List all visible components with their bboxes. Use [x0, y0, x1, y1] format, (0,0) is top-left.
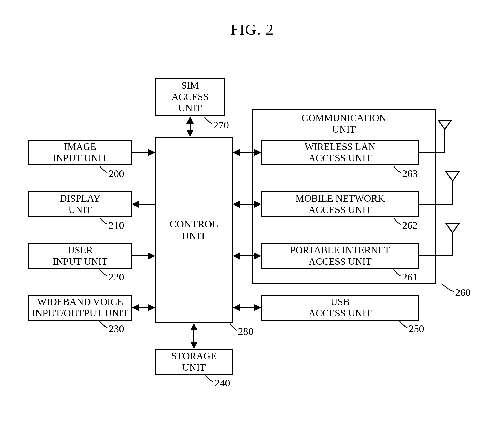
- svg-marker-13: [190, 323, 198, 330]
- block-usb: USB ACCESS UNIT: [261, 295, 419, 321]
- ref-control: 280: [238, 325, 253, 337]
- svg-marker-10: [186, 116, 194, 124]
- svg-marker-1: [148, 149, 155, 156]
- svg-marker-5: [148, 252, 155, 260]
- ref-storage: 240: [215, 377, 230, 389]
- ref-sim: 270: [213, 119, 229, 131]
- ref-user: 220: [109, 271, 124, 283]
- block-user: USER INPUT UNIT: [28, 243, 132, 269]
- svg-marker-32: [446, 172, 459, 181]
- ref-display: 210: [109, 219, 124, 231]
- block-storage: STORAGE UNIT: [155, 349, 233, 375]
- svg-marker-25: [233, 304, 240, 311]
- block-control: CONTROL UNIT: [155, 137, 233, 323]
- svg-marker-19: [233, 201, 240, 208]
- svg-marker-35: [446, 224, 459, 233]
- svg-marker-7: [132, 304, 139, 311]
- block-sim: SIM ACCESS UNIT: [155, 78, 225, 116]
- svg-marker-8: [148, 304, 155, 311]
- block-display: DISPLAY UNIT: [28, 191, 132, 217]
- svg-marker-16: [233, 149, 240, 156]
- svg-marker-14: [190, 342, 198, 349]
- block-mobile: MOBILE NETWORK ACCESS UNIT: [261, 191, 419, 217]
- svg-marker-26: [254, 304, 261, 311]
- svg-marker-11: [186, 130, 194, 137]
- block-image: IMAGE INPUT UNIT: [28, 140, 132, 165]
- block-voice: WIDEBAND VOICE INPUT/OUTPUT UNIT: [28, 295, 132, 321]
- ref-portable: 261: [402, 271, 418, 283]
- ref-voice: 230: [109, 323, 124, 335]
- figure-title: FIG. 2: [207, 21, 297, 39]
- ref-mobile: 262: [402, 219, 418, 231]
- ref-image: 200: [109, 168, 124, 180]
- block-portable: PORTABLE INTERNET ACCESS UNIT: [261, 243, 419, 269]
- svg-marker-3: [132, 201, 139, 208]
- svg-marker-22: [233, 252, 240, 260]
- block-wlan: WIRELESS LAN ACCESS UNIT: [261, 140, 419, 165]
- comm-title: COMMUNICATION UNIT: [290, 112, 398, 135]
- svg-marker-29: [438, 120, 451, 129]
- ref-comm: 260: [455, 286, 471, 299]
- ref-wlan: 263: [402, 168, 418, 180]
- ref-usb: 250: [409, 323, 424, 335]
